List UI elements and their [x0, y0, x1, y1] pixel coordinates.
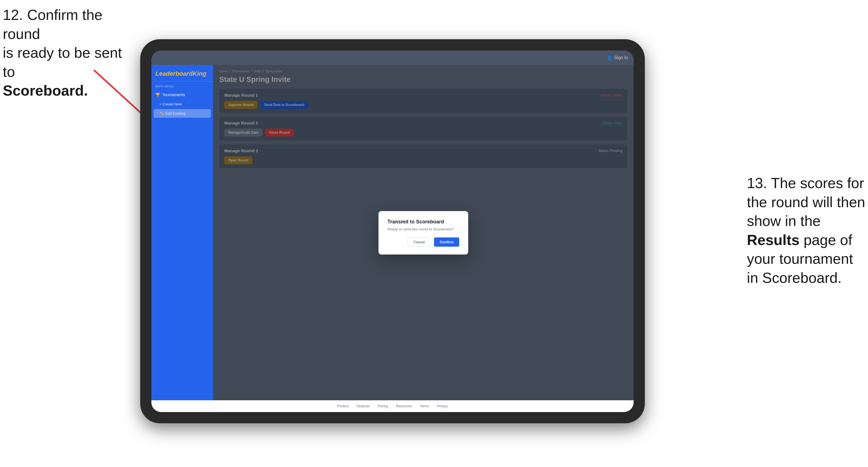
annotation-line3: Scoreboard.	[3, 83, 88, 99]
person-icon: 👤	[607, 55, 612, 61]
modal-actions: Cancel Confirm	[388, 238, 459, 247]
cancel-label: Cancel	[413, 240, 425, 244]
sidebar-item-create-new[interactable]: + Create New	[151, 100, 213, 108]
sidebar-item-tournaments[interactable]: 🏆 Tournaments	[151, 90, 213, 100]
modal-title: Transmit to Scoreboard	[388, 219, 459, 225]
annotation-line1: 12. Confirm the round	[3, 7, 103, 42]
footer-resources[interactable]: Resources	[396, 404, 412, 408]
confirm-label: Confirm	[440, 240, 454, 244]
top-bar: 👤 Sign In	[151, 51, 633, 65]
create-new-label: + Create New	[159, 102, 182, 106]
annotation-right: 13. The scores for the round will then s…	[747, 174, 865, 288]
tablet-device: 👤 Sign In LeaderboardKing MAIN MENU 🏆 To…	[140, 39, 645, 423]
footer: Product Features Pricing Resources Terms…	[151, 400, 633, 412]
edit-icon: ✏️	[159, 111, 164, 116]
app-layout: LeaderboardKing MAIN MENU 🏆 Tournaments …	[151, 65, 633, 400]
annotation-right-text: 13. The scores for the round will then s…	[747, 175, 865, 286]
footer-product[interactable]: Product	[337, 404, 349, 408]
annotation-line2: is ready to be sent to	[3, 44, 122, 80]
footer-pricing[interactable]: Pricing	[378, 404, 388, 408]
logo-text: LeaderboardKing	[155, 70, 206, 77]
logo-area: LeaderboardKing	[151, 65, 213, 82]
tournaments-label: Tournaments	[162, 93, 185, 97]
main-content: Home › Tournaments › State U Spring Invi…	[213, 65, 633, 400]
edit-existing-label: Edit Existing	[165, 111, 186, 116]
modal-overlay[interactable]: Transmit to Scoreboard Ready to send thi…	[213, 65, 633, 400]
annotation-results-bold: Results	[747, 232, 800, 248]
transmit-modal: Transmit to Scoreboard Ready to send thi…	[378, 211, 468, 254]
modal-cancel-button[interactable]: Cancel	[408, 238, 431, 247]
sidebar-item-edit-existing[interactable]: ✏️ Edit Existing	[154, 109, 211, 118]
annotation-top: 12. Confirm the round is ready to be sen…	[3, 6, 132, 100]
logo: LeaderboardKing	[155, 70, 209, 77]
modal-subtitle: Ready to send this round to Scoreboard?	[388, 227, 459, 231]
trophy-icon: 🏆	[155, 93, 160, 97]
sign-in-button[interactable]: 👤 Sign In	[607, 55, 628, 61]
main-menu-label: MAIN MENU	[151, 82, 213, 90]
sign-in-label: Sign In	[614, 55, 628, 60]
footer-features[interactable]: Features	[356, 404, 370, 408]
sidebar: LeaderboardKing MAIN MENU 🏆 Tournaments …	[151, 65, 213, 400]
footer-privacy[interactable]: Privacy	[437, 404, 448, 408]
footer-terms[interactable]: Terms	[420, 404, 429, 408]
modal-confirm-button[interactable]: Confirm	[434, 238, 459, 247]
tablet-screen: 👤 Sign In LeaderboardKing MAIN MENU 🏆 To…	[151, 51, 633, 412]
